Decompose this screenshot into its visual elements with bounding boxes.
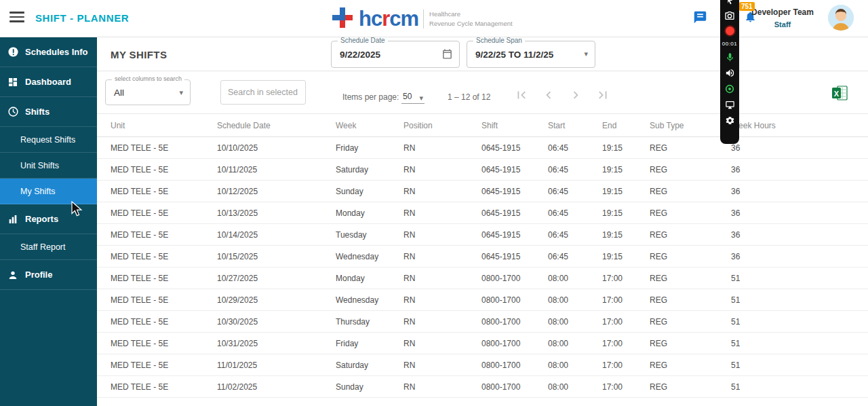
table-cell: 10/30/2025 [217, 311, 336, 333]
sidebar-item-label: My Shifts [20, 187, 55, 196]
table-cell: MED TELE - 5E [97, 137, 217, 159]
table-cell: Sunday [336, 376, 403, 398]
search-input[interactable] [220, 80, 306, 105]
sidebar: Schedules Info Dashboard Shifts Request … [0, 37, 97, 406]
table-cell: REG [650, 333, 731, 354]
table-row[interactable]: MED TELE - 5E10/31/2025FridayRN0800-1700… [97, 333, 868, 354]
table-row[interactable]: MED TELE - 5E10/14/2025TuesdayRN0645-191… [97, 224, 868, 246]
table-cell: Friday [336, 333, 403, 354]
column-header[interactable]: Start [548, 114, 602, 137]
table-cell: Monday [336, 267, 403, 289]
first-page-icon [514, 88, 529, 103]
sidebar-item-reports[interactable]: Reports [0, 204, 97, 234]
sidebar-item-dashboard[interactable]: Dashboard [0, 67, 97, 97]
table-row[interactable]: MED TELE - 5E10/30/2025ThursdayRN0800-17… [97, 311, 868, 333]
table-cell: REG [650, 267, 731, 289]
table-row[interactable]: MED TELE - 5E10/29/2025WednesdayRN0800-1… [97, 289, 868, 311]
table-cell: 17:00 [602, 311, 650, 333]
table-row[interactable]: MED TELE - 5E10/13/2025MondayRN0645-1915… [97, 202, 868, 224]
table-cell: 06:45 [548, 159, 602, 181]
sidebar-item-my-shifts[interactable]: My Shifts [0, 179, 97, 204]
menu-icon[interactable] [9, 12, 24, 24]
sidebar-item-schedules-info[interactable]: Schedules Info [0, 37, 97, 67]
table-cell: REG [650, 181, 731, 202]
avatar[interactable] [828, 5, 854, 31]
table-cell: 36 [731, 137, 868, 159]
column-header[interactable]: End [602, 114, 650, 137]
sidebar-item-unit-shifts[interactable]: Unit Shifts [0, 153, 97, 179]
table-cell: 06:45 [548, 202, 602, 224]
chat-icon[interactable] [693, 10, 708, 25]
table-row[interactable]: MED TELE - 5E11/01/2025SaturdayRN0800-17… [97, 354, 868, 376]
table-cell: 19:15 [602, 159, 650, 181]
calendar-icon[interactable] [441, 48, 453, 62]
sidebar-item-label: Dashboard [25, 77, 71, 87]
screenshot-camera-icon[interactable] [724, 10, 735, 21]
excel-export-button[interactable]: X [831, 85, 848, 101]
column-header[interactable]: Shift [481, 114, 548, 137]
gear-icon[interactable] [725, 115, 735, 126]
table-row[interactable]: MED TELE - 5E10/11/2025SaturdayRN0645-19… [97, 159, 868, 181]
table-row[interactable]: MED TELE - 5E11/02/2025SundayRN0800-1700… [97, 376, 868, 398]
record-button[interactable] [726, 26, 734, 35]
table-row[interactable]: MED TELE - 5E10/10/2025FridayRN0645-1915… [97, 137, 868, 159]
columns-select[interactable]: select columns to search All ▾ [105, 79, 191, 105]
dashboard-icon [7, 76, 19, 88]
table-cell: 19:15 [602, 202, 650, 224]
column-header[interactable]: Week [336, 114, 403, 137]
table-row[interactable]: MED TELE - 5E10/12/2025SundayRN0645-1915… [97, 181, 868, 202]
schedule-span-label: Schedule Span [473, 37, 525, 44]
items-per-page-select[interactable]: 50 ▾ [401, 90, 425, 104]
table-cell: 51 [731, 333, 868, 354]
user-block[interactable]: Developer Team Staff [751, 7, 814, 29]
table-cell: 10/29/2025 [217, 289, 336, 311]
schedule-date-field[interactable]: Schedule Date 9/22/2025 [331, 41, 460, 68]
column-header[interactable]: Schedule Date [217, 114, 336, 137]
table-cell: 10/14/2025 [217, 224, 336, 246]
column-header[interactable]: Week Hours [731, 114, 868, 137]
next-page-button[interactable] [566, 86, 585, 105]
column-header[interactable]: Unit [97, 114, 217, 137]
speaker-icon[interactable] [725, 68, 735, 78]
table-row[interactable]: MED TELE - 5E10/27/2025MondayRN0800-1700… [97, 267, 868, 289]
table-cell: MED TELE - 5E [97, 267, 217, 289]
sidebar-item-request-shifts[interactable]: Request Shifts [0, 127, 97, 153]
sidebar-item-profile[interactable]: Profile [0, 260, 97, 290]
table-cell: 19:15 [602, 181, 650, 202]
microphone-icon[interactable] [725, 52, 735, 62]
screen-share-icon[interactable] [725, 100, 735, 110]
table-cell: RN [403, 224, 481, 246]
column-header[interactable]: Sub Type [650, 114, 731, 137]
first-page-button[interactable] [512, 86, 531, 105]
table-row[interactable]: MED TELE - 5E10/15/2025WednesdayRN0645-1… [97, 246, 868, 267]
table-cell: 06:45 [548, 181, 602, 202]
table-cell: 19:15 [602, 137, 650, 159]
schedule-span-field[interactable]: Schedule Span 9/22/25 TO 11/2/25 ▾ [467, 41, 595, 68]
table-cell: RN [403, 202, 481, 224]
pointer-tool-icon[interactable] [726, 0, 734, 5]
table-cell: RN [403, 376, 481, 398]
bar-chart-icon [7, 213, 19, 225]
shifts-table-body: MED TELE - 5E10/10/2025FridayRN0645-1915… [97, 137, 868, 398]
chevron-right-icon [568, 88, 583, 103]
table-cell: 0645-1915 [481, 246, 548, 267]
app-title: SHIFT - PLANNER [35, 12, 129, 24]
person-icon [7, 269, 19, 281]
user-role: Staff [751, 20, 814, 29]
logo-text: hcrcm [359, 7, 418, 31]
previous-page-button[interactable] [539, 86, 558, 105]
table-cell: REG [650, 159, 731, 181]
last-page-button[interactable] [593, 86, 612, 105]
table-cell: MED TELE - 5E [97, 376, 217, 398]
table-cell: RN [403, 354, 481, 376]
column-header[interactable]: Position [403, 114, 481, 137]
table-cell: REG [650, 202, 731, 224]
webcam-icon[interactable] [724, 84, 735, 94]
table-cell: 10/11/2025 [217, 159, 336, 181]
sidebar-item-staff-report[interactable]: Staff Report [0, 234, 97, 260]
sidebar-item-shifts[interactable]: Shifts [0, 97, 97, 127]
schedule-date-label: Schedule Date [338, 37, 388, 44]
table-cell: 19:15 [602, 246, 650, 267]
screen-recorder-toolbar: 00:01 [720, 0, 739, 144]
columns-select-value: All [114, 88, 124, 98]
